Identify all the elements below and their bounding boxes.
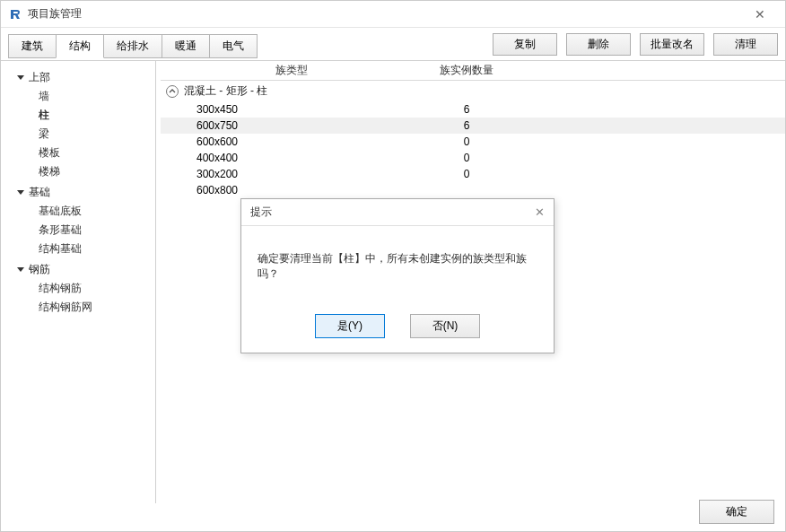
tab-0[interactable]: 建筑 <box>8 34 57 58</box>
tree-item[interactable]: 楼梯 <box>39 162 152 181</box>
cell-count: 0 <box>408 135 525 148</box>
tree-caret-icon <box>17 190 24 195</box>
tab-bar: 建筑结构给排水暖通电气 <box>8 34 257 58</box>
category-tree: 上部墙柱梁楼板楼梯基础基础底板条形基础结构基础钢筋结构钢筋结构钢筋网 <box>8 61 156 503</box>
cell-count: 0 <box>408 152 525 164</box>
app-logo-icon <box>8 7 22 22</box>
cell-type: 300x450 <box>196 103 408 116</box>
window-title: 项目族管理 <box>28 6 742 22</box>
tree-item[interactable]: 条形基础 <box>39 221 152 240</box>
tree-item[interactable]: 墙 <box>39 87 152 106</box>
clean-button[interactable]: 清理 <box>713 33 778 56</box>
tab-2[interactable]: 给排水 <box>103 34 162 58</box>
toolbar: 建筑结构给排水暖通电气 复制 删除 批量改名 清理 <box>1 28 785 60</box>
cell-type: 600x800 <box>196 184 408 196</box>
cell-count: 6 <box>408 103 525 116</box>
window-close-button[interactable]: ✕ <box>742 7 778 22</box>
dialog-footer: 是(Y) 否(N) <box>241 307 554 353</box>
tree-group-title: 上部 <box>29 70 50 85</box>
table-row[interactable]: 400x4000 <box>161 150 785 166</box>
dialog-no-button[interactable]: 否(N) <box>410 314 480 338</box>
cell-type: 600x750 <box>196 119 408 132</box>
tree-item[interactable]: 基础底板 <box>39 202 152 221</box>
table-row[interactable]: 600x7506 <box>161 118 785 134</box>
table-row[interactable]: 300x4506 <box>161 101 785 118</box>
delete-button[interactable]: 删除 <box>566 33 631 56</box>
table-row[interactable]: 600x800 <box>161 182 785 198</box>
tree-item[interactable]: 柱 <box>39 106 152 125</box>
family-group-row[interactable]: 混凝土 - 矩形 - 柱 <box>161 81 785 101</box>
tree-item[interactable]: 结构钢筋 <box>39 279 152 298</box>
tree-group-title: 基础 <box>29 185 50 200</box>
column-header-count[interactable]: 族实例数量 <box>408 63 525 78</box>
tree-caret-icon <box>17 267 24 272</box>
dialog-close-button[interactable]: ✕ <box>535 205 545 219</box>
tree-item[interactable]: 结构基础 <box>39 240 152 258</box>
tree-group-header[interactable]: 钢筋 <box>12 260 152 279</box>
dialog-message: 确定要清理当前【柱】中，所有未创建实例的族类型和族吗？ <box>241 226 554 307</box>
table-row[interactable]: 300x2000 <box>161 166 785 182</box>
tree-caret-icon <box>17 75 24 80</box>
footer: 确定 <box>690 500 774 524</box>
dialog-yes-button[interactable]: 是(Y) <box>315 314 385 338</box>
batch-rename-button[interactable]: 批量改名 <box>640 33 704 56</box>
cell-type: 300x200 <box>196 168 408 180</box>
tab-4[interactable]: 电气 <box>209 34 258 58</box>
tab-3[interactable]: 暖通 <box>162 34 210 58</box>
cell-count: 0 <box>408 168 525 180</box>
titlebar: 项目族管理 ✕ <box>1 1 785 28</box>
table-header: 族类型 族实例数量 <box>161 61 785 81</box>
cell-type: 600x600 <box>196 135 408 148</box>
confirm-dialog: 提示 ✕ 确定要清理当前【柱】中，所有未创建实例的族类型和族吗？ 是(Y) 否(… <box>240 198 555 353</box>
copy-button[interactable]: 复制 <box>493 33 557 56</box>
tree-item[interactable]: 梁 <box>39 125 152 144</box>
dialog-titlebar: 提示 ✕ <box>241 199 554 226</box>
dialog-title: 提示 <box>250 205 535 220</box>
table-row[interactable]: 600x6000 <box>161 134 785 150</box>
tree-item[interactable]: 结构钢筋网 <box>39 298 152 317</box>
tree-group-title: 钢筋 <box>29 262 50 277</box>
cell-count: 6 <box>408 119 525 132</box>
tree-group-header[interactable]: 基础 <box>12 183 152 202</box>
ok-button[interactable]: 确定 <box>699 500 774 524</box>
cell-type: 400x400 <box>196 152 408 164</box>
column-header-type[interactable]: 族类型 <box>175 63 408 78</box>
tree-item[interactable]: 楼板 <box>39 144 152 162</box>
tab-1[interactable]: 结构 <box>56 34 104 58</box>
collapse-icon[interactable] <box>166 85 179 98</box>
tree-group-header[interactable]: 上部 <box>12 68 152 87</box>
family-group-label: 混凝土 - 矩形 - 柱 <box>184 83 267 99</box>
